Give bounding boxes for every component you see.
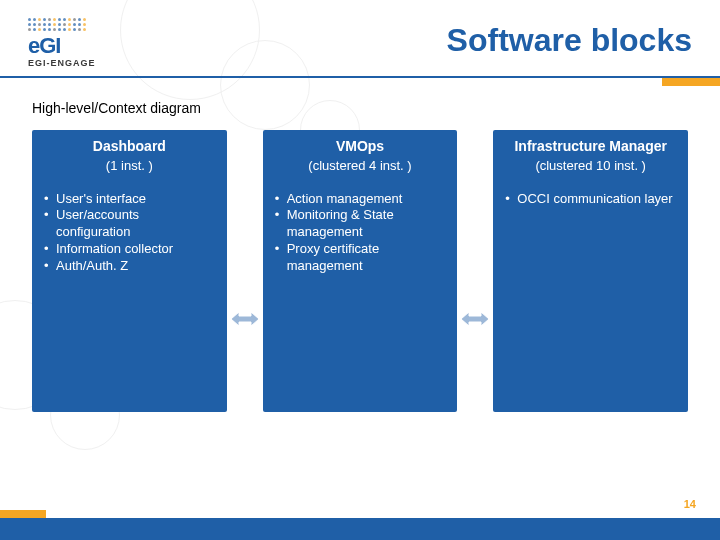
title-rule	[0, 76, 720, 78]
block-list: User's interface User/accounts configura…	[42, 191, 217, 275]
logo-dot-pattern	[28, 18, 87, 32]
list-item: Action management	[275, 191, 446, 208]
egi-logo: eGI EGI-ENGAGE	[28, 18, 96, 68]
list-item: User/accounts configuration	[44, 207, 215, 241]
list-item: OCCI communication layer	[505, 191, 676, 208]
footer-bar	[0, 518, 720, 540]
block-heading: Dashboard	[42, 138, 217, 156]
list-item: Proxy certificate management	[275, 241, 446, 275]
blocks-row: Dashboard (1 inst. ) User's interface Us…	[32, 130, 688, 412]
slide: eGI EGI-ENGAGE Software blocks High-leve…	[0, 0, 720, 540]
svg-marker-0	[231, 312, 259, 326]
page-number: 14	[684, 498, 696, 510]
block-list: OCCI communication layer	[503, 191, 678, 208]
logo-tagline: EGI-ENGAGE	[28, 58, 96, 68]
block-heading: VMOps	[273, 138, 448, 156]
svg-marker-1	[461, 312, 489, 326]
bidirectional-arrow-icon	[457, 178, 493, 460]
footer-accent	[0, 510, 46, 518]
bidirectional-arrow-icon	[227, 178, 263, 460]
block-sub: (clustered 10 inst. )	[503, 158, 678, 173]
list-item: Monitoring & State management	[275, 207, 446, 241]
list-item: Auth/Auth. Z	[44, 258, 215, 275]
block-sub: (1 inst. )	[42, 158, 217, 173]
block-dashboard: Dashboard (1 inst. ) User's interface Us…	[32, 130, 227, 412]
block-im: Infrastructure Manager (clustered 10 ins…	[493, 130, 688, 412]
block-vmops: VMOps (clustered 4 inst. ) Action manage…	[263, 130, 458, 412]
block-heading: Infrastructure Manager	[503, 138, 678, 156]
list-item: User's interface	[44, 191, 215, 208]
title-accent	[662, 78, 720, 86]
list-item: Information collector	[44, 241, 215, 258]
subtitle: High-level/Context diagram	[32, 100, 201, 116]
page-title: Software blocks	[96, 18, 692, 59]
header: eGI EGI-ENGAGE Software blocks	[0, 0, 720, 74]
block-list: Action management Monitoring & State man…	[273, 191, 448, 275]
logo-text: eGI	[28, 36, 60, 56]
block-sub: (clustered 4 inst. )	[273, 158, 448, 173]
